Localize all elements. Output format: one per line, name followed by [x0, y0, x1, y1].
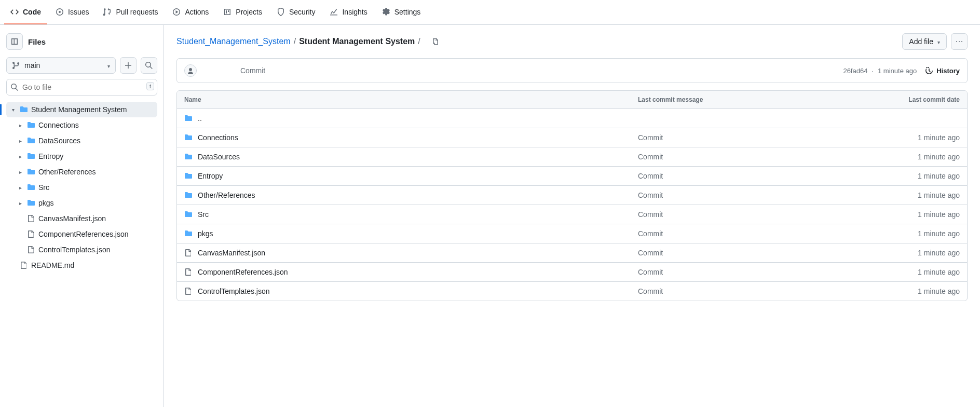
table-row: Src Commit 1 minute ago	[177, 205, 967, 224]
tab-projects[interactable]: Projects	[217, 1, 268, 24]
folder-icon	[27, 152, 35, 160]
tree-folder[interactable]: ▸Other/References	[6, 164, 157, 180]
tree-folder[interactable]: ▾Student Management System	[6, 102, 157, 117]
latest-commit-bar: Commit 26fad64 · 1 minute ago History	[176, 58, 968, 83]
file-name-link[interactable]: ControlTemplates.json	[198, 287, 270, 295]
breadcrumb-root[interactable]: Student_Management_System	[176, 37, 291, 46]
copy-path-button[interactable]	[427, 33, 443, 50]
file-name-link[interactable]: pkgs	[198, 229, 213, 238]
chevron-down-icon	[936, 37, 940, 46]
kebab-icon	[955, 37, 963, 46]
tree-folder[interactable]: ▸Connections	[6, 117, 157, 133]
tab-label: Issues	[68, 8, 89, 16]
commit-message-link[interactable]: Commit	[638, 210, 663, 219]
folder-icon	[27, 183, 35, 192]
chevron-icon: ▸	[17, 123, 24, 128]
graph-icon	[330, 8, 338, 16]
sidebar-title: Files	[28, 37, 46, 46]
add-file-button[interactable]: Add file	[902, 33, 947, 50]
table-row: DataSources Commit 1 minute ago	[177, 147, 967, 167]
tree-item-label: DataSources	[38, 137, 80, 145]
commit-message[interactable]: Commit	[240, 66, 265, 75]
search-icon	[145, 61, 153, 70]
history-icon	[925, 66, 933, 75]
tree-folder[interactable]: ▸Entropy	[6, 148, 157, 164]
table-row: CanvasManifest.json Commit 1 minute ago	[177, 243, 967, 263]
tab-insights[interactable]: Insights	[323, 1, 373, 24]
project-icon	[223, 8, 232, 16]
commit-message-link[interactable]: Commit	[638, 153, 663, 161]
commit-message-link[interactable]: Commit	[638, 191, 663, 199]
file-icon	[184, 249, 193, 257]
breadcrumb-current: Student Management System	[299, 37, 415, 46]
history-label: History	[936, 67, 960, 75]
tree-file[interactable]: CanvasManifest.json	[6, 211, 157, 226]
parent-link[interactable]: ..	[198, 114, 202, 123]
file-name-link[interactable]: Entropy	[198, 172, 223, 180]
file-name-link[interactable]: ComponentReferences.json	[198, 268, 288, 276]
table-row: ComponentReferences.json Commit 1 minute…	[177, 263, 967, 282]
collapse-sidebar-button[interactable]	[6, 33, 23, 50]
parent-directory-row[interactable]: ..	[177, 109, 967, 128]
separator: ·	[872, 67, 874, 75]
add-file-label: Add file	[909, 37, 933, 46]
go-to-file-input[interactable]	[6, 79, 157, 96]
tab-issues[interactable]: Issues	[49, 1, 95, 24]
history-link[interactable]: History	[925, 66, 960, 75]
file-icon	[27, 230, 35, 238]
commit-message-link[interactable]: Commit	[638, 268, 663, 276]
file-name-link[interactable]: CanvasManifest.json	[198, 249, 265, 257]
file-name-link[interactable]: Other/References	[198, 191, 255, 199]
keyboard-hint: t	[146, 82, 154, 90]
commit-sha[interactable]: 26fad64	[843, 67, 867, 75]
tab-label: Actions	[185, 8, 209, 16]
commit-message-link[interactable]: Commit	[638, 172, 663, 180]
tree-item-label: Other/References	[38, 168, 96, 176]
chevron-icon: ▸	[17, 154, 24, 159]
tree-file[interactable]: README.md	[6, 257, 157, 273]
commit-date: 1 minute ago	[856, 268, 960, 276]
table-row: ControlTemplates.json Commit 1 minute ag…	[177, 282, 967, 301]
add-button[interactable]	[120, 57, 137, 74]
folder-icon	[27, 137, 35, 145]
folder-icon	[27, 121, 35, 129]
tree-item-label: Src	[38, 183, 49, 192]
tree-folder[interactable]: ▸Src	[6, 180, 157, 195]
file-icon	[27, 214, 35, 223]
folder-icon	[27, 199, 35, 207]
more-options-button[interactable]	[951, 33, 968, 50]
tab-security[interactable]: Security	[270, 1, 322, 24]
search-button[interactable]	[141, 57, 157, 74]
chevron-icon: ▸	[17, 138, 24, 144]
issue-icon	[56, 8, 64, 16]
branch-icon	[12, 61, 20, 70]
branch-selector[interactable]: main	[6, 57, 116, 74]
commit-message-link[interactable]: Commit	[638, 287, 663, 295]
copy-icon	[431, 37, 439, 46]
tree-folder[interactable]: ▸DataSources	[6, 133, 157, 148]
avatar[interactable]	[184, 64, 197, 77]
commit-date: 1 minute ago	[856, 287, 960, 295]
tab-actions[interactable]: Actions	[166, 1, 215, 24]
commit-message-link[interactable]: Commit	[638, 249, 663, 257]
commit-message-link[interactable]: Commit	[638, 229, 663, 238]
table-row: Entropy Commit 1 minute ago	[177, 167, 967, 186]
chevron-icon: ▸	[17, 200, 24, 206]
col-date: Last commit date	[856, 96, 960, 103]
tab-pull-requests[interactable]: Pull requests	[97, 1, 164, 24]
file-icon	[184, 287, 193, 295]
tree-folder[interactable]: ▸pkgs	[6, 195, 157, 211]
tree-file[interactable]: ComponentReferences.json	[6, 226, 157, 242]
folder-icon	[184, 133, 193, 142]
tree-file[interactable]: ControlTemplates.json	[6, 242, 157, 257]
table-header: Name Last commit message Last commit dat…	[177, 91, 967, 109]
file-name-link[interactable]: Connections	[198, 133, 238, 142]
folder-icon	[184, 191, 193, 199]
file-name-link[interactable]: DataSources	[198, 153, 240, 161]
user-icon	[187, 67, 194, 74]
tree-item-label: ComponentReferences.json	[38, 230, 129, 238]
file-name-link[interactable]: Src	[198, 210, 209, 219]
tab-code[interactable]: Code	[4, 1, 47, 24]
commit-message-link[interactable]: Commit	[638, 133, 663, 142]
tab-settings[interactable]: Settings	[376, 1, 427, 24]
